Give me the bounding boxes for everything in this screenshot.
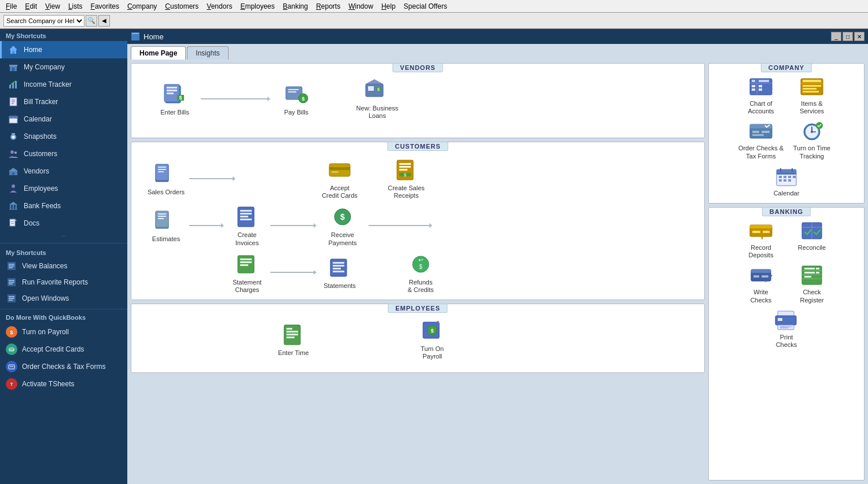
- svg-rect-64: [167, 90, 177, 91]
- right-item-check-register[interactable]: Check Register: [789, 264, 835, 304]
- sidebar-item-bill-tracker[interactable]: Bill Tracker: [0, 93, 127, 110]
- flow-accept-cc[interactable]: Accept Credit Cards: [317, 157, 363, 199]
- drag-handle[interactable]: ⋯: [0, 232, 127, 241]
- svg-point-168: [811, 131, 813, 133]
- menu-lists[interactable]: Lists: [65, 1, 86, 12]
- flow-statements[interactable]: Statements: [317, 255, 363, 290]
- flow-refunds[interactable]: ↩ $ Refunds & Credits: [398, 252, 444, 294]
- menu-reports[interactable]: Reports: [312, 1, 344, 12]
- svg-text:$: $: [301, 96, 304, 102]
- sidebar-item-my-company[interactable]: My Company: [0, 58, 127, 76]
- flow-turn-on-payroll[interactable]: $ Turn On Payroll: [409, 318, 455, 360]
- shortcut-label-run-reports: Run Favorite Reports: [22, 278, 88, 286]
- shortcut-label-open-windows: Open Windows: [22, 294, 69, 302]
- enter-bills-label: Enter Bills: [160, 109, 189, 116]
- sidebar-item-customers[interactable]: Customers: [0, 145, 127, 162]
- close-button[interactable]: ✕: [854, 32, 865, 41]
- right-item-order-checks[interactable]: Order Checks & Tax Forms: [738, 120, 784, 160]
- sidebar-item-employees[interactable]: Employees: [0, 180, 127, 197]
- do-more-accept-credit-cards[interactable]: Accept Credit Cards: [0, 341, 127, 358]
- shortcut-open-windows[interactable]: Open Windows: [0, 290, 127, 306]
- svg-rect-183: [750, 225, 772, 228]
- svg-rect-177: [788, 176, 791, 178]
- menu-special-offers[interactable]: Special Offers: [400, 1, 451, 12]
- svg-marker-76: [366, 79, 383, 84]
- enter-time-icon: [279, 322, 308, 348]
- do-more-activate-tsheets[interactable]: T Activate TSheets: [0, 375, 127, 393]
- sidebar-item-income-tracker[interactable]: Income Tracker: [0, 76, 127, 93]
- menu-edit[interactable]: Edit: [21, 1, 41, 12]
- shortcut-view-balances[interactable]: View Balances: [0, 258, 127, 274]
- svg-rect-3: [9, 65, 17, 66]
- svg-rect-30: [10, 219, 15, 226]
- svg-rect-105: [158, 216, 166, 217]
- search-select[interactable]: Search Company or Help: [3, 15, 84, 27]
- sidebar-item-calendar[interactable]: Calendar: [0, 110, 127, 128]
- credit-card-circle-icon: [6, 343, 17, 355]
- refunds-icon: ↩ $: [406, 252, 435, 277]
- menu-window[interactable]: Window: [345, 1, 377, 12]
- right-item-calendar[interactable]: Calendar: [763, 165, 810, 197]
- print-checks-icon: [774, 309, 799, 332]
- menu-file[interactable]: File: [2, 1, 20, 12]
- svg-rect-123: [240, 264, 248, 266]
- do-more-turn-on-payroll[interactable]: $ Turn on Payroll: [0, 323, 127, 341]
- flow-estimates[interactable]: Estimates: [143, 208, 189, 243]
- tab-insights[interactable]: Insights: [187, 46, 228, 60]
- svg-rect-28: [16, 205, 17, 209]
- cal-label: Calendar: [774, 190, 800, 197]
- window-title: Home: [144, 32, 164, 41]
- shortcut-run-reports[interactable]: Run Favorite Reports: [0, 274, 127, 290]
- sidebar-divider-1: [0, 243, 127, 243]
- sidebar-item-vendors[interactable]: Vendors: [0, 162, 127, 180]
- tab-home-page[interactable]: Home Page: [131, 46, 186, 60]
- do-more-label-credit-cards: Accept Credit Cards: [22, 345, 84, 353]
- nav-back-button[interactable]: ◀: [98, 15, 110, 27]
- flow-sales-receipts[interactable]: $ Create Sales Receipts: [380, 157, 432, 199]
- write-checks-label: Write Checks: [751, 289, 772, 304]
- flow-pay-bills[interactable]: $ Pay Bills: [270, 82, 322, 116]
- menu-banking[interactable]: Banking: [279, 1, 311, 12]
- order-checks-icon: [748, 120, 774, 143]
- flow-enter-time[interactable]: Enter Time: [270, 322, 317, 357]
- flow-statement-charges[interactable]: Statement Charges: [224, 252, 270, 294]
- right-item-reconcile[interactable]: Reconcile: [789, 219, 835, 259]
- sidebar-item-docs[interactable]: Docs: [0, 215, 127, 232]
- menu-customers[interactable]: Customers: [161, 1, 202, 12]
- menu-vendors[interactable]: Vendors: [203, 1, 236, 12]
- menu-employees[interactable]: Employees: [237, 1, 278, 12]
- do-more-label: Do More With QuickBooks: [0, 312, 127, 323]
- estimates-icon: [152, 208, 181, 234]
- restore-button[interactable]: □: [843, 32, 853, 41]
- flow-create-invoices[interactable]: Create Invoices: [224, 204, 270, 246]
- svg-rect-184: [752, 231, 760, 233]
- right-item-time-tracking[interactable]: Turn on Time Tracking: [789, 120, 835, 160]
- flow-business-loans[interactable]: $ New: Business Loans: [351, 77, 403, 120]
- minimize-button[interactable]: _: [831, 32, 841, 41]
- svg-text:$: $: [10, 330, 13, 335]
- flow-receive-payments[interactable]: $ Receive Payments: [317, 204, 369, 246]
- refunds-label: Refunds & Credits: [407, 279, 433, 294]
- flow-sales-orders[interactable]: Sales Orders: [143, 161, 189, 196]
- right-item-write-checks[interactable]: Write Checks: [738, 264, 784, 304]
- banking-section-label: BANKING: [762, 207, 811, 216]
- right-item-print-checks[interactable]: Print Checks: [763, 309, 810, 349]
- sidebar-item-home[interactable]: Home: [0, 41, 127, 58]
- receive-payments-label: Receive Payments: [329, 231, 357, 246]
- menu-view[interactable]: View: [42, 1, 64, 12]
- sidebar-item-snapshots[interactable]: Snapshots: [0, 128, 127, 145]
- right-item-record-deposits[interactable]: Record Deposits: [738, 219, 784, 259]
- flow-enter-bills[interactable]: $ Enter Bills: [149, 82, 201, 116]
- enter-time-label: Enter Time: [278, 349, 308, 357]
- tsheets-circle-icon: T: [6, 378, 17, 390]
- right-item-chart-of-accounts[interactable]: Chart of Accounts: [738, 75, 784, 115]
- right-item-items-services[interactable]: Items & Services: [789, 75, 835, 115]
- search-button[interactable]: 🔍: [86, 15, 97, 27]
- menu-company[interactable]: Company: [124, 1, 160, 12]
- do-more-order-checks[interactable]: Order Checks & Tax Forms: [0, 358, 127, 375]
- svg-rect-192: [751, 269, 771, 273]
- sidebar-item-bank-feeds[interactable]: Bank Feeds: [0, 197, 127, 215]
- menu-help[interactable]: Help: [378, 1, 399, 12]
- do-more-label-order-checks: Order Checks & Tax Forms: [22, 363, 105, 371]
- menu-favorites[interactable]: Favorites: [87, 1, 123, 12]
